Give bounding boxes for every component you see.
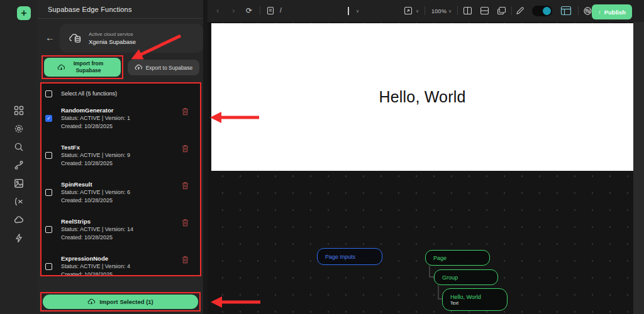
function-checkbox[interactable] (45, 263, 52, 270)
function-name: RandomGenerator (61, 106, 173, 114)
tune-settings-icon[interactable] (583, 6, 592, 16)
select-all-row: Select All (5 functions) (45, 87, 196, 100)
import-selected-button[interactable]: Import Selected (1) (43, 295, 198, 309)
chevron-down-icon[interactable]: ∨ (448, 9, 452, 14)
node-label: Group (442, 274, 497, 281)
import-selected-label: Import Selected (1) (99, 298, 153, 305)
function-status: Status: ACTIVE | Version: 4 (61, 263, 173, 271)
url-path[interactable]: / (280, 7, 282, 14)
cloud-icon[interactable] (14, 215, 24, 225)
tree-node-page-inputs[interactable]: Page Inputs (317, 248, 382, 265)
cloud-download-icon (87, 298, 96, 305)
plus-icon: + (21, 8, 26, 18)
function-list: Select All (5 functions) RandomGenerator… (40, 82, 201, 276)
image-icon[interactable] (14, 178, 24, 188)
function-row: TestFx Status: ACTIVE | Version: 9 Creat… (45, 141, 196, 170)
preview-toggle[interactable] (532, 6, 552, 16)
function-row: ReelStrips Status: ACTIVE | Version: 14 … (45, 215, 196, 244)
settings-gear-icon[interactable] (14, 124, 24, 134)
overlap-windows-icon[interactable] (497, 6, 506, 15)
canvas-right-gutter (633, 22, 644, 314)
function-created: Created: 10/28/2025 (61, 234, 173, 242)
lightning-icon[interactable] (14, 233, 24, 243)
function-created: Created: 10/28/2025 (61, 271, 173, 276)
function-checkbox[interactable] (45, 226, 52, 233)
function-name: ExpressionNode (61, 254, 173, 263)
nav-back-icon[interactable]: ‹ (216, 6, 219, 15)
select-all-checkbox[interactable] (45, 90, 52, 97)
cloud-database-icon (69, 33, 82, 44)
panel-title: Supabase Edge Functions (38, 0, 203, 19)
active-service-card[interactable]: Active cloud service Xgenia Supabase (60, 24, 203, 53)
export-to-supabase-label: Export to Supabase (146, 65, 193, 71)
function-name: SpinResult (61, 180, 173, 188)
function-status: Status: ACTIVE | Version: 1 (61, 114, 173, 122)
export-to-supabase-button[interactable]: Export to Supabase (128, 60, 199, 75)
delete-function-icon[interactable] (182, 107, 189, 116)
tree-node-text[interactable]: Hello, World Text (442, 288, 508, 311)
import-from-supabase-label: Import from Supabase (69, 60, 108, 74)
service-label: Active cloud service (89, 31, 136, 37)
hello-world-text[interactable]: Hello, World (379, 88, 465, 106)
publish-button[interactable]: ↑ Publish (592, 4, 632, 19)
up-arrow-icon: ↑ (598, 9, 601, 16)
import-from-supabase-button[interactable]: Import from Supabase (44, 58, 121, 77)
nav-forward-icon[interactable]: › (232, 6, 235, 15)
api-icon[interactable] (14, 197, 24, 207)
divider (457, 6, 458, 15)
delete-function-icon[interactable] (182, 256, 189, 264)
function-row: SpinResult Status: ACTIVE | Version: 6 C… (45, 178, 196, 207)
app-window: + Supabase Edge Functions ← Active cloud… (0, 0, 644, 314)
function-name: TestFx (61, 143, 173, 151)
function-status: Status: ACTIVE | Version: 14 (61, 225, 173, 234)
editor-canvas[interactable]: Hello, World Page Inputs Page Group Hell… (208, 22, 633, 314)
add-button[interactable]: + (17, 6, 31, 20)
pencil-edit-icon[interactable] (516, 6, 525, 15)
refresh-icon[interactable]: ⟳ (246, 6, 252, 15)
layout-panels-icon[interactable] (560, 6, 572, 16)
function-status: Status: ACTIVE | Version: 6 (61, 188, 173, 197)
divider (511, 6, 512, 15)
back-arrow-icon[interactable]: ← (45, 32, 55, 43)
tree-node-group[interactable]: Group (434, 269, 498, 285)
supabase-panel: Supabase Edge Functions ← Active cloud s… (38, 0, 203, 314)
tree-node-page[interactable]: Page (425, 250, 490, 266)
function-created: Created: 10/28/2025 (61, 160, 173, 168)
delete-function-icon[interactable] (182, 144, 189, 153)
function-created: Created: 10/28/2025 (61, 197, 173, 205)
node-sublabel: Text (450, 301, 507, 305)
function-created: Created: 10/28/2025 (61, 122, 173, 131)
node-label: Page (433, 255, 489, 261)
node-label: Hello, World (450, 294, 507, 300)
branch-icon[interactable] (14, 160, 24, 170)
left-icon-rail: + (0, 0, 38, 314)
page-preview[interactable]: Hello, World (211, 23, 633, 171)
zoom-level[interactable]: 100% (431, 8, 447, 14)
function-checkbox[interactable] (45, 115, 52, 122)
responsive-size-icon[interactable] (404, 6, 413, 15)
function-row: RandomGenerator Status: ACTIVE | Version… (45, 104, 196, 133)
search-icon[interactable] (14, 142, 24, 152)
delete-function-icon[interactable] (182, 181, 189, 190)
page-document-icon[interactable] (267, 6, 274, 15)
chevron-down-icon[interactable]: ∨ (356, 9, 359, 14)
divider (260, 6, 260, 15)
divider (425, 6, 425, 15)
grid-icon[interactable] (14, 106, 24, 116)
split-rows-icon[interactable] (480, 6, 489, 15)
delete-function-icon[interactable] (182, 219, 189, 227)
text-cursor-icon[interactable] (348, 7, 349, 15)
function-row: ExpressionNode Status: ACTIVE | Version:… (45, 252, 196, 276)
function-checkbox[interactable] (45, 189, 52, 196)
cloud-download-icon (57, 64, 65, 71)
function-status: Status: ACTIVE | Version: 9 (61, 151, 173, 160)
function-name: ReelStrips (61, 217, 173, 225)
editor-toolbar: ‹ › ⟳ / ∨ ∨ 100% ∨ ↑ Publish (208, 0, 644, 22)
select-all-label: Select All (5 functions) (61, 90, 117, 97)
divider (578, 6, 579, 15)
function-checkbox[interactable] (45, 152, 52, 159)
cloud-upload-icon (135, 64, 143, 71)
node-label: Page Inputs (325, 254, 382, 260)
chevron-down-icon[interactable]: ∨ (416, 9, 419, 14)
split-columns-icon[interactable] (463, 6, 472, 15)
